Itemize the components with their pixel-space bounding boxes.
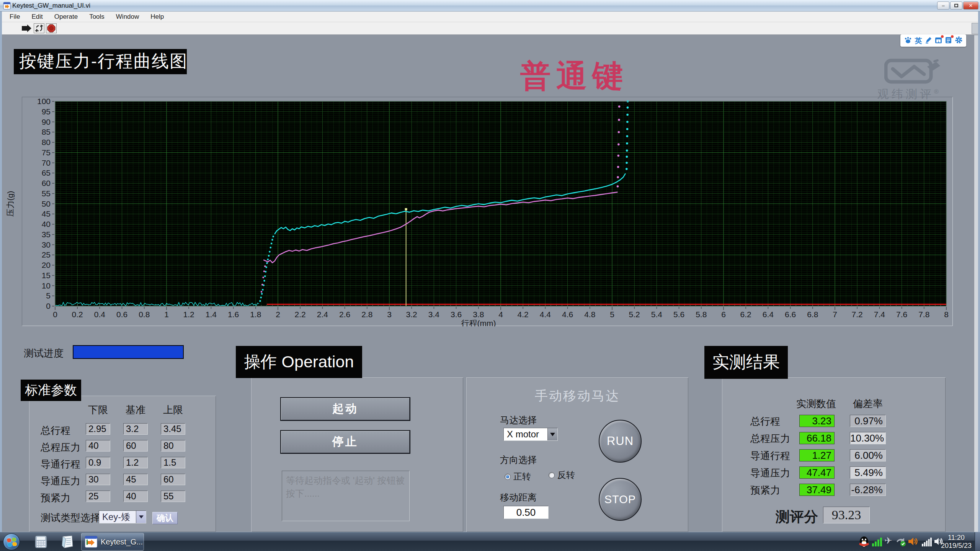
svg-text:7.2: 7.2 xyxy=(852,310,863,319)
labview-toolbar xyxy=(0,22,980,35)
menu-edit[interactable]: Edit xyxy=(26,11,48,22)
param-input[interactable]: 30 xyxy=(86,474,110,485)
menu-operate[interactable]: Operate xyxy=(49,11,83,22)
pressure-travel-chart[interactable]: 00.20.40.60.811.21.41.61.822.22.42.62.83… xyxy=(0,97,972,326)
param-input[interactable]: 45 xyxy=(123,474,148,485)
calculator-icon[interactable] xyxy=(34,535,47,548)
calendar-icon[interactable]: 1 xyxy=(935,37,942,45)
result-row-label: 导通行程 xyxy=(750,449,790,463)
taskbar-item-keytest[interactable]: Keytest_G... xyxy=(81,533,144,551)
svg-text:2.2: 2.2 xyxy=(295,310,306,319)
svg-text:3.2: 3.2 xyxy=(406,310,417,319)
svg-text:4.2: 4.2 xyxy=(518,310,529,319)
standard-params-header: 标准参数 xyxy=(21,380,81,401)
operation-header: 操作 Operation xyxy=(236,346,362,378)
result-deviation: 6.00% xyxy=(850,449,886,461)
result-value: 47.47 xyxy=(799,466,835,479)
menu-file[interactable]: File xyxy=(4,11,26,22)
param-input[interactable]: 55 xyxy=(161,491,185,502)
result-row-label: 预紧力 xyxy=(750,484,780,497)
move-distance-label: 移动距离 xyxy=(500,491,537,504)
svg-text:0.4: 0.4 xyxy=(94,310,106,319)
direction-radio-forward[interactable]: 正转 xyxy=(505,471,531,483)
test-type-dropdown[interactable]: Key-矮 xyxy=(99,510,146,523)
param-input[interactable]: 80 xyxy=(161,440,185,452)
param-input[interactable]: 60 xyxy=(123,440,148,452)
run-arrow-icon[interactable] xyxy=(21,23,32,33)
svg-text:8: 8 xyxy=(944,310,949,319)
volume-orange-icon[interactable] xyxy=(908,536,920,546)
param-input[interactable]: 3.2 xyxy=(123,423,148,435)
svg-text:75: 75 xyxy=(42,148,51,157)
menu-window[interactable]: Window xyxy=(110,11,145,22)
gear-icon[interactable] xyxy=(955,36,962,45)
notepad-icon[interactable] xyxy=(60,535,74,549)
chinese-english-toggle-icon[interactable]: 英 xyxy=(915,37,922,44)
start-button[interactable]: 起动 xyxy=(281,398,410,420)
param-input[interactable]: 40 xyxy=(86,440,110,452)
param-input[interactable]: 25 xyxy=(86,491,110,502)
maximize-button[interactable] xyxy=(950,2,962,10)
svg-text:2.4: 2.4 xyxy=(317,310,328,319)
start-button-orb[interactable] xyxy=(3,533,20,550)
signal-green-icon[interactable] xyxy=(872,537,883,546)
qq-icon[interactable] xyxy=(858,536,870,548)
direction-radio-reverse[interactable]: 反转 xyxy=(549,469,575,481)
svg-text:45: 45 xyxy=(42,209,51,218)
logo-mark-icon xyxy=(884,58,942,84)
value-column-header: 实测数值 xyxy=(790,397,842,411)
svg-text:80: 80 xyxy=(42,138,51,147)
taskbar-clock[interactable]: 11:20 2019/5/23 xyxy=(941,534,972,550)
minimize-button[interactable]: – xyxy=(937,2,949,10)
param-input[interactable]: 3.45 xyxy=(161,423,185,435)
close-button[interactable]: ✕ xyxy=(963,2,978,10)
run-continuous-icon[interactable] xyxy=(34,23,44,33)
svg-text:30: 30 xyxy=(42,240,51,249)
radio-icon[interactable] xyxy=(549,472,555,478)
chevron-down-icon[interactable] xyxy=(136,511,146,523)
radio-icon[interactable] xyxy=(505,474,511,480)
menu-help[interactable]: Help xyxy=(145,11,170,22)
svg-text:95: 95 xyxy=(42,107,51,116)
svg-text:0: 0 xyxy=(53,310,57,319)
svg-text:6.8: 6.8 xyxy=(807,310,818,319)
move-distance-input[interactable]: 0.50 xyxy=(503,506,549,519)
svg-text:25: 25 xyxy=(42,250,51,259)
deviation-column-header: 偏差率 xyxy=(846,397,890,411)
menu-tools[interactable]: Tools xyxy=(83,11,110,22)
abort-icon[interactable] xyxy=(46,23,57,33)
stop-button[interactable]: 停止 xyxy=(281,431,410,453)
notes-icon[interactable] xyxy=(945,37,952,45)
confirm-button[interactable]: 确认 xyxy=(152,512,178,524)
signal-white-icon[interactable] xyxy=(922,537,932,546)
svg-text:2.8: 2.8 xyxy=(361,310,372,319)
svg-text:0: 0 xyxy=(46,302,51,310)
key-type-label: 普通键 xyxy=(513,56,635,97)
svg-text:40: 40 xyxy=(42,220,51,228)
svg-text:4.4: 4.4 xyxy=(540,310,551,319)
param-input[interactable]: 0.9 xyxy=(86,457,110,468)
result-value: 37.49 xyxy=(799,484,835,496)
svg-text:20: 20 xyxy=(42,261,51,269)
motor-select-dropdown[interactable]: X motor xyxy=(503,428,558,441)
run-button[interactable]: RUN xyxy=(599,420,642,463)
sync-ok-icon[interactable] xyxy=(896,537,906,547)
param-col-header: 下限 xyxy=(86,403,110,417)
sogou-paw-icon[interactable] xyxy=(904,37,912,45)
pen-icon[interactable] xyxy=(925,37,932,45)
status-textbox[interactable]: 等待起动指令或 '起动' 按钮被按下...... xyxy=(282,471,410,521)
param-input[interactable]: 2.95 xyxy=(86,423,110,435)
chevron-down-icon[interactable] xyxy=(547,428,557,440)
param-input[interactable]: 40 xyxy=(123,491,148,502)
direction-radio-group: 正转反转 xyxy=(505,469,642,479)
param-input[interactable]: 1.2 xyxy=(123,457,148,468)
param-input[interactable]: 60 xyxy=(161,474,185,485)
result-deviation: -6.28% xyxy=(850,484,886,496)
motor-stop-button[interactable]: STOP xyxy=(599,478,642,521)
menu-bar: FileEditOperateToolsWindowHelp xyxy=(0,11,980,22)
window-title: Keytest_GW_manual_UI.vi xyxy=(12,2,90,10)
param-input[interactable]: 1.5 xyxy=(161,457,185,468)
svg-text:65: 65 xyxy=(42,168,51,177)
airplane-icon[interactable]: ✈ xyxy=(884,535,892,546)
show-desktop-button[interactable] xyxy=(975,532,980,551)
